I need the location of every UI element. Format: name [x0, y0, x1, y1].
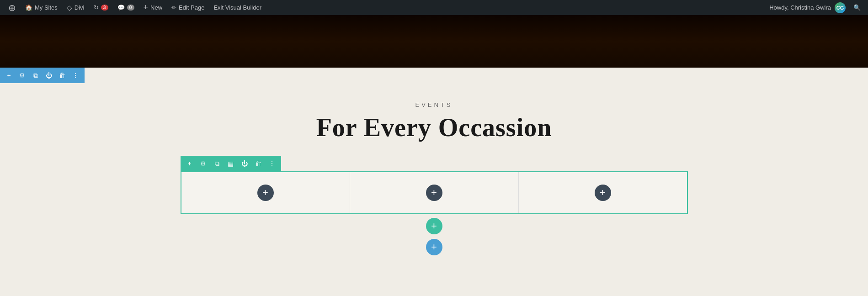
search-button[interactable]: 🔍 — [849, 0, 864, 15]
wp-logo-item[interactable]: ⊕ — [4, 0, 21, 15]
column-1: + — [181, 172, 350, 213]
section-add-button[interactable]: + — [4, 70, 14, 81]
updates-icon: ↻ — [94, 4, 99, 11]
edit-page-label: Edit Page — [179, 4, 204, 11]
add-module-col2-button[interactable]: + — [426, 185, 442, 201]
events-label: EVENTS — [415, 101, 453, 108]
content-area: EVENTS For Every Occassion + ⚙ ⧉ ▦ ⏻ 🗑 ⋮… — [0, 83, 868, 283]
new-icon: + — [144, 3, 149, 12]
column-3: + — [519, 172, 687, 213]
comments-icon: 💬 — [117, 4, 125, 11]
wp-icon: ⊕ — [8, 2, 16, 13]
add-module-col1-button[interactable]: + — [257, 185, 274, 201]
updates-item[interactable]: ↻ 3 — [89, 0, 113, 15]
my-sites-label: My Sites — [35, 4, 58, 11]
row-toggle-button[interactable]: ⏻ — [239, 158, 250, 169]
row-add-button[interactable]: + — [184, 158, 195, 169]
section-toolbar: + ⚙ ⧉ ⏻ 🗑 ⋮ — [0, 68, 85, 83]
new-label: New — [150, 4, 162, 11]
section-more-button[interactable]: ⋮ — [70, 70, 81, 81]
row-toolbar: + ⚙ ⧉ ▦ ⏻ 🗑 ⋮ — [181, 156, 281, 171]
divi-icon: ◇ — [67, 4, 72, 12]
section-toolbar-row: + ⚙ ⧉ ⏻ 🗑 ⋮ — [0, 68, 868, 83]
admin-bar-left: ⊕ 🏠 My Sites ◇ Divi ↻ 3 💬 0 + New ✏ — [4, 0, 769, 15]
hero-area — [0, 15, 868, 68]
row-columns-button[interactable]: ▦ — [225, 158, 236, 169]
admin-bar-right: Howdy, Christina Gwira CG 🔍 — [769, 0, 864, 15]
row-container: + ⚙ ⧉ ▦ ⏻ 🗑 ⋮ + + + + + — [181, 156, 688, 255]
avatar: CG — [835, 2, 846, 13]
section-settings-button[interactable]: ⚙ — [17, 70, 27, 81]
updates-badge: 3 — [101, 5, 108, 11]
howdy-text: Howdy, Christina Gwira — [769, 4, 831, 11]
add-section-button[interactable]: + — [426, 239, 442, 255]
row-content: + + + — [181, 171, 688, 214]
section-clone-button[interactable]: ⧉ — [30, 70, 41, 81]
comments-item[interactable]: 💬 0 — [113, 0, 139, 15]
section-delete-button[interactable]: 🗑 — [57, 70, 68, 81]
section-toggle-button[interactable]: ⏻ — [44, 70, 54, 81]
row-settings-button[interactable]: ⚙ — [198, 158, 209, 169]
divi-label: Divi — [75, 4, 85, 11]
add-row-area: + + — [181, 218, 688, 255]
comments-badge: 0 — [127, 5, 134, 11]
exit-vb-label: Exit Visual Builder — [213, 4, 261, 11]
row-delete-button[interactable]: 🗑 — [253, 158, 264, 169]
divi-item[interactable]: ◇ Divi — [62, 0, 89, 15]
column-2: + — [350, 172, 519, 213]
add-row-button[interactable]: + — [426, 218, 442, 234]
row-clone-button[interactable]: ⧉ — [212, 158, 223, 169]
edit-icon: ✏ — [171, 4, 176, 11]
admin-bar: ⊕ 🏠 My Sites ◇ Divi ↻ 3 💬 0 + New ✏ — [0, 0, 868, 15]
row-more-button[interactable]: ⋮ — [266, 158, 277, 169]
edit-page-item[interactable]: ✏ Edit Page — [167, 0, 209, 15]
new-item[interactable]: + New — [139, 0, 167, 15]
add-module-col3-button[interactable]: + — [595, 185, 611, 201]
my-sites-item[interactable]: 🏠 My Sites — [21, 0, 62, 15]
home-icon: 🏠 — [25, 4, 32, 11]
main-heading: For Every Occassion — [316, 113, 552, 142]
exit-visual-builder-item[interactable]: Exit Visual Builder — [209, 0, 266, 15]
